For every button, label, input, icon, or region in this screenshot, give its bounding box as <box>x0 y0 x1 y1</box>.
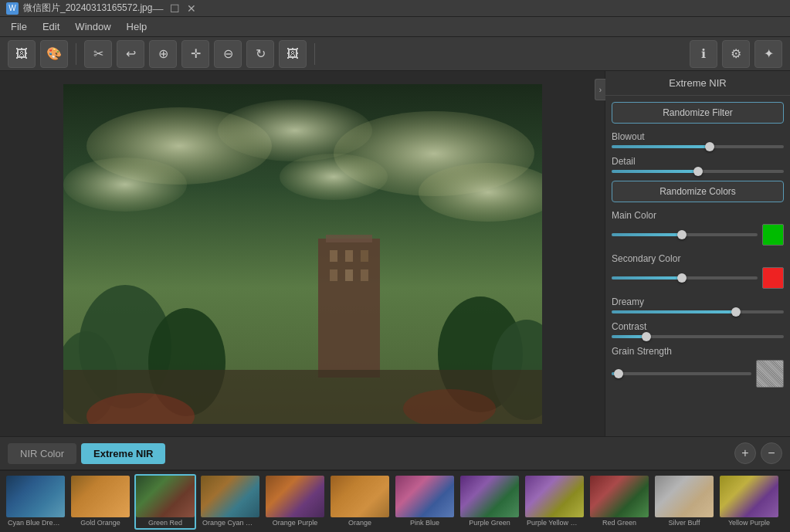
thumbnail-label-gold-orange: Gold Orange <box>71 519 130 527</box>
secondary-color-label: Secondary Color <box>612 253 784 264</box>
dreamy-row <box>612 310 784 313</box>
main-color-slider[interactable] <box>612 233 758 236</box>
main-color-row <box>612 224 784 246</box>
svg-rect-8 <box>326 235 372 242</box>
curve-button[interactable]: ↩ <box>117 40 144 68</box>
thumbnails-strip: Cyan Blue DreamyGold OrangeGreen RedOran… <box>0 470 790 532</box>
blowout-row <box>612 145 784 148</box>
blowout-slider[interactable] <box>612 145 784 148</box>
thumbnail-orange-purple[interactable]: Orange Purple <box>264 474 326 530</box>
randomize-colors-section: Randomize Colors <box>612 181 784 202</box>
detail-slider[interactable] <box>612 170 784 173</box>
secondary-color-slider[interactable] <box>612 276 758 280</box>
panel-toggle-button[interactable]: › <box>595 79 605 100</box>
thumbnail-label-orange-purple: Orange Purple <box>266 519 324 527</box>
thumbnail-image-red-green <box>590 476 649 517</box>
thumbnail-image-gold-orange <box>71 476 130 517</box>
restore-button[interactable]: ☐ <box>169 3 180 14</box>
image-svg <box>63 84 542 424</box>
thumbnail-image-cyan-blue-dreamy <box>6 476 65 517</box>
thumbnail-pink-blue[interactable]: Pink Blue <box>394 474 456 530</box>
zoom-out-button[interactable]: ⊖ <box>214 40 242 68</box>
thumbnail-label-orange: Orange <box>331 519 389 527</box>
add-tab-button[interactable]: + <box>734 442 756 464</box>
contrast-section: Contrast <box>612 321 784 338</box>
thumbnail-orange[interactable]: Orange <box>329 474 391 530</box>
grain-strength-row <box>612 360 784 388</box>
thumbnail-image-pink-blue <box>395 476 454 517</box>
grain-strength-slider[interactable] <box>612 372 751 375</box>
thumbnail-label-green-red: Green Red <box>136 519 195 527</box>
minimize-button[interactable]: — <box>152 3 163 14</box>
main-image <box>63 84 542 424</box>
tab-nir-color[interactable]: NIR Color <box>8 443 76 464</box>
grain-strength-label: Grain Strength <box>612 346 784 357</box>
titlebar: W 微信图片_20240313165572.jpg — ☐ ✕ <box>0 0 790 17</box>
secondary-color-swatch[interactable] <box>762 267 784 289</box>
close-button[interactable]: ✕ <box>186 3 197 14</box>
svg-rect-11 <box>361 250 368 262</box>
randomize-filter-button[interactable]: Randomize Filter <box>612 102 784 124</box>
thumbnail-purple-yellow-dreamy[interactable]: Purple Yellow Dreamy <box>524 474 585 530</box>
crop-button[interactable]: ✂ <box>84 40 112 68</box>
detail-row <box>612 170 784 173</box>
move-button[interactable]: ✛ <box>181 40 209 68</box>
thumbnail-label-orange-cyan-grain: Orange Cyan Grain <box>201 519 259 527</box>
thumbnail-image-orange <box>331 476 389 517</box>
dreamy-slider[interactable] <box>612 310 784 313</box>
filter-button[interactable]: 🎨 <box>40 40 68 68</box>
main-area: › Extreme NIR Randomize Filter Blowout <box>0 71 790 436</box>
svg-rect-10 <box>345 250 353 262</box>
titlebar-title: 微信图片_20240313165572.jpg <box>23 2 152 15</box>
thumbnail-image-green-red <box>136 476 195 517</box>
thumbnail-image-purple-yellow-dreamy <box>525 476 584 517</box>
menu-edit[interactable]: Edit <box>35 18 67 36</box>
thumbnail-green-red[interactable]: Green Red <box>134 474 196 530</box>
randomize-colors-button[interactable]: Randomize Colors <box>612 181 784 202</box>
thumbnail-label-silver-buff: Silver Buff <box>655 519 714 527</box>
rotate-button[interactable]: ↻ <box>246 40 274 68</box>
thumbnail-orange-cyan-grain[interactable]: Orange Cyan Grain <box>199 474 261 530</box>
app-icon: W <box>6 2 19 15</box>
panel-title: Extreme NIR <box>669 77 726 89</box>
svg-rect-9 <box>330 250 337 262</box>
thumbnail-image-orange-purple <box>266 476 324 517</box>
settings-button[interactable]: ⚙ <box>722 40 750 68</box>
zoom-in-button[interactable]: ⊕ <box>149 40 177 68</box>
thumbnail-label-pink-blue: Pink Blue <box>395 519 454 527</box>
blowout-section: Blowout <box>612 131 784 148</box>
detail-label: Detail <box>612 156 784 167</box>
main-color-swatch[interactable] <box>762 224 784 246</box>
export-button[interactable]: 🖼 <box>279 40 307 68</box>
svg-point-4 <box>63 158 187 212</box>
thumbnail-yellow-purple[interactable]: Yellow Purple <box>718 474 780 530</box>
thumbnail-label-purple-green: Purple Green <box>460 519 519 527</box>
thumbnail-purple-green[interactable]: Purple Green <box>459 474 520 530</box>
randomize-filter-section: Randomize Filter <box>612 102 784 124</box>
menu-window[interactable]: Window <box>67 18 118 36</box>
thumbnail-silver-buff[interactable]: Silver Buff <box>653 474 715 530</box>
contrast-label: Contrast <box>612 321 784 332</box>
effects-button[interactable]: ✦ <box>754 40 782 68</box>
thumbnail-label-red-green: Red Green <box>590 519 649 527</box>
thumbnail-gold-orange[interactable]: Gold Orange <box>70 474 131 530</box>
gallery-button[interactable]: 🖼 <box>8 40 36 68</box>
panel-header: Extreme NIR <box>605 71 790 96</box>
svg-rect-13 <box>345 269 353 281</box>
panel-content: Randomize Filter Blowout Detail <box>605 96 790 436</box>
thumbnail-cyan-blue-dreamy[interactable]: Cyan Blue Dreamy <box>5 474 66 530</box>
thumbnail-label-cyan-blue-dreamy: Cyan Blue Dreamy <box>6 519 65 527</box>
contrast-row <box>612 335 784 338</box>
thumbnail-red-green[interactable]: Red Green <box>588 474 650 530</box>
detail-section: Detail <box>612 156 784 173</box>
grain-strength-section: Grain Strength <box>612 346 784 388</box>
main-color-section: Main Color <box>612 210 784 246</box>
info-button[interactable]: ℹ <box>690 40 717 68</box>
contrast-slider[interactable] <box>612 335 784 338</box>
secondary-color-section: Secondary Color <box>612 253 784 289</box>
menu-file[interactable]: File <box>3 18 35 36</box>
remove-tab-button[interactable]: − <box>761 442 782 464</box>
toolbar-separator-2 <box>314 43 315 65</box>
tab-extreme-nir[interactable]: Extreme NIR <box>81 443 165 464</box>
menu-help[interactable]: Help <box>119 18 155 36</box>
